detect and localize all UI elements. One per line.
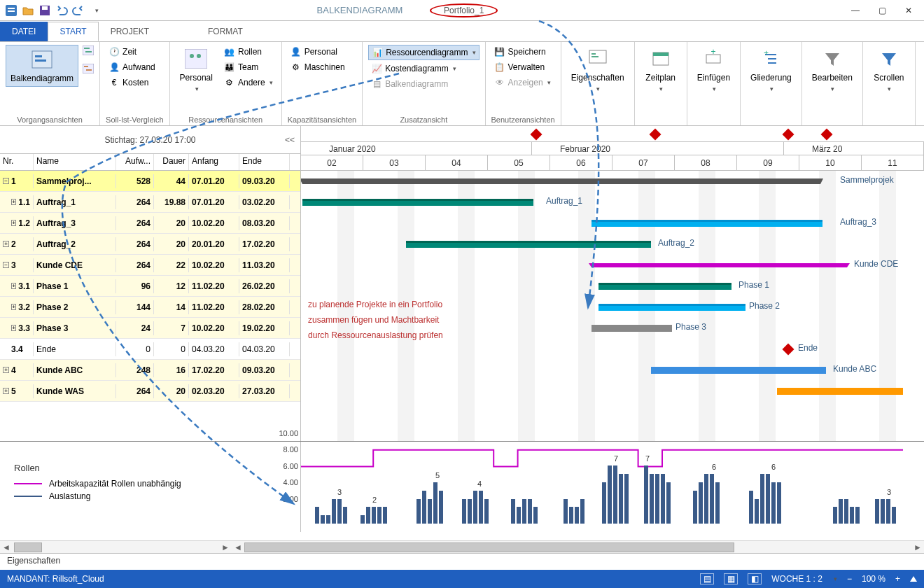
open-icon[interactable] — [21, 4, 35, 18]
table-row[interactable]: −1 Sammelproj...52844 07.01.2009.03.20 — [0, 171, 300, 192]
gantt-bar[interactable] — [592, 263, 847, 267]
gantt-bar[interactable] — [406, 241, 651, 248]
svg-rect-11 — [83, 64, 94, 74]
load-line-icon — [14, 496, 42, 497]
annotation-text: zu planende Projekte in ein Portfolio zu… — [308, 297, 443, 343]
tab-start[interactable]: START — [48, 22, 98, 41]
table-row[interactable]: +3.1 Phase 19612 11.02.2026.02.20 — [0, 276, 300, 297]
balkendiagramm-button[interactable]: Balkendiagramm — [6, 45, 78, 87]
personal-big-button[interactable]: Personal▾ — [176, 45, 217, 95]
gantt-bar[interactable] — [651, 367, 826, 374]
svg-rect-10 — [85, 51, 92, 52]
tab-projekt[interactable]: PROJEKT — [99, 22, 161, 41]
table-row[interactable]: +3.2 Phase 214414 11.02.2028.02.20 — [0, 297, 300, 318]
svg-text:+: + — [711, 49, 716, 57]
horizontal-scrollbar[interactable]: ◄ ► ◄ ► — [0, 540, 924, 553]
month-feb: Februar 2020 — [532, 142, 784, 155]
zoom-out[interactable]: − — [847, 574, 852, 584]
scroll-right[interactable]: ► — [219, 542, 232, 552]
maschinen-button[interactable]: ⚙Maschinen — [288, 60, 348, 74]
tab-format[interactable]: FORMAT — [196, 22, 255, 41]
undo-icon[interactable] — [55, 4, 69, 18]
gantt-bar[interactable] — [598, 304, 746, 311]
svg-rect-1 — [8, 8, 15, 9]
speichern-button[interactable]: 💾Speichern — [491, 45, 554, 59]
zeitplan-button[interactable]: Zeitplan▾ — [640, 45, 681, 95]
gantt-bar[interactable] — [592, 220, 822, 227]
table-row[interactable]: −3 Kunde CDE26422 10.02.2011.03.20 — [0, 255, 300, 276]
table-row[interactable]: +2 Auftrag_226420 20.01.2017.02.20 — [0, 234, 300, 255]
svg-rect-8 — [83, 46, 94, 55]
view2-icon: 👁 — [494, 77, 505, 88]
reporting-date: Stichtag: 27.03.20 17:00 << — [0, 126, 300, 154]
col-nr[interactable]: Nr. — [0, 154, 34, 170]
resource-chart: 2.004.006.008.0010.00 325477663 — [301, 442, 924, 532]
view-mode-2-icon[interactable]: ▦ — [724, 573, 738, 584]
table-row[interactable]: +5 Kunde WAS26420 02.03.2027.03.20 — [0, 381, 300, 402]
maximize-button[interactable]: ▢ — [874, 6, 890, 15]
svg-rect-9 — [84, 48, 90, 49]
col-aufwand[interactable]: Aufw... — [116, 154, 154, 170]
zoom-menu[interactable] — [910, 576, 917, 582]
eigenschaften-button[interactable]: Eigenschaften▾ — [567, 45, 629, 95]
scroll-left[interactable]: ◄ — [0, 542, 13, 552]
euro-icon: € — [108, 77, 120, 88]
gliederung-button[interactable]: +Gliederung▾ — [746, 45, 796, 95]
personal-kap-button[interactable]: 👤Personal — [288, 45, 348, 59]
einfuegen-button[interactable]: +Einfügen▾ — [693, 45, 734, 95]
verwalten-button[interactable]: 📋Verwalten — [491, 60, 554, 74]
close-button[interactable]: ✕ — [900, 6, 917, 15]
redo-icon[interactable] — [71, 4, 85, 18]
view-mode-3-icon[interactable]: ◧ — [748, 573, 762, 584]
view-mode-1-icon[interactable]: ▤ — [700, 573, 714, 584]
svg-rect-13 — [86, 69, 92, 71]
table-row[interactable]: +3.3 Phase 3247 10.02.2019.02.20 — [0, 318, 300, 339]
zoom-in[interactable]: + — [895, 574, 900, 584]
andere-button[interactable]: ⚙Andere▾ — [221, 76, 276, 90]
save-icon[interactable] — [38, 4, 52, 18]
roles-icon: 👥 — [224, 46, 235, 57]
scrollen-button[interactable]: Scrollen▾ — [869, 45, 909, 95]
kosten-button[interactable]: €Kosten — [106, 76, 158, 90]
collapse-pane-button[interactable]: << — [285, 135, 295, 145]
woche-scale[interactable]: WOCHE 1 : 2 — [771, 574, 822, 584]
col-name[interactable]: Name — [34, 154, 116, 170]
rollen-button[interactable]: 👥Rollen — [221, 45, 276, 59]
gantt-bar[interactable] — [302, 178, 820, 184]
gantt-bar[interactable] — [777, 388, 903, 395]
tab-datei[interactable]: DATEI — [0, 22, 48, 41]
minimize-button[interactable]: — — [847, 6, 864, 15]
svg-rect-2 — [8, 10, 15, 12]
svg-rect-14 — [185, 49, 207, 69]
col-anfang[interactable]: Anfang — [189, 154, 239, 170]
table-row[interactable]: +1.2 Auftrag_326420 10.02.2008.03.20 — [0, 213, 300, 234]
month-jan: Januar 2020 — [301, 142, 532, 155]
gantt-3-icon[interactable] — [83, 63, 94, 74]
gantt-pane: Januar 2020 Februar 2020 März 20 0203040… — [301, 126, 924, 441]
gantt-2-icon[interactable] — [83, 45, 94, 56]
gantt-bar[interactable] — [592, 325, 672, 332]
properties-tab[interactable]: Eigenschaften — [0, 553, 924, 570]
aufwand-button[interactable]: 👤Aufwand — [106, 60, 158, 74]
gear-icon: ⚙ — [224, 77, 235, 88]
anzeigen-button: 👁Anzeigen▾ — [491, 76, 554, 90]
kostendiagramm-button[interactable]: 📈Kostendiagramm▾ — [368, 62, 479, 76]
table-row[interactable]: +4 Kunde ABC24816 17.02.2009.03.20 — [0, 360, 300, 381]
ribbon: Balkendiagramm Vorgangsansichten 🕐Zeit 👤… — [0, 42, 924, 126]
table-row[interactable]: +1.1 Auftrag_126419.88 07.01.2003.02.20 — [0, 192, 300, 213]
svg-text:+: + — [764, 49, 769, 58]
gantt-bar[interactable] — [598, 283, 732, 290]
month-mar: März 20 — [784, 142, 924, 155]
table-row[interactable]: 3.4 Ende00 04.03.2004.03.20 — [0, 339, 300, 360]
ressourcendiagramm-button[interactable]: 📊Ressourcendiagramm▾ — [368, 45, 479, 60]
svg-point-15 — [190, 54, 194, 58]
col-ende[interactable]: Ende — [239, 154, 290, 170]
scroll-icon — [878, 48, 900, 70]
gantt-bar[interactable] — [302, 199, 533, 206]
bearbeiten-button[interactable]: Bearbeiten▾ — [808, 45, 857, 95]
qat-customize[interactable]: ▾ — [90, 4, 104, 18]
col-dauer[interactable]: Dauer — [154, 154, 189, 170]
zeit-button[interactable]: 🕐Zeit — [106, 45, 158, 59]
legend-title: Rollen — [14, 463, 286, 473]
team-button[interactable]: 👪Team — [221, 60, 276, 74]
